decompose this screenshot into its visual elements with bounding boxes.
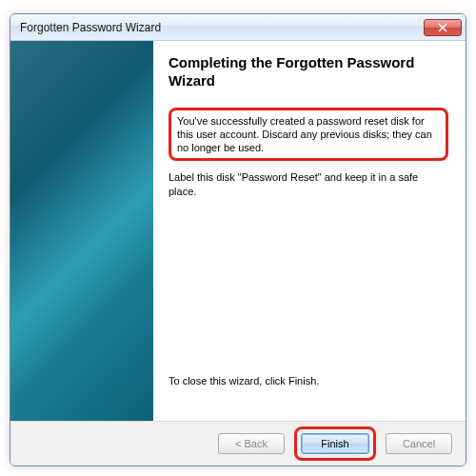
side-graphic-panel [10,41,153,421]
page-heading: Completing the Forgotten Password Wizard [169,54,448,90]
window-title: Forgotten Password Wizard [20,21,424,34]
back-button[interactable]: < Back [218,433,285,454]
dialog-body: Completing the Forgotten Password Wizard… [10,41,466,422]
finish-button-highlight: Finish [294,426,376,461]
success-message: You've successfully created a password r… [177,114,440,155]
finish-button[interactable]: Finish [301,433,369,454]
content-panel: Completing the Forgotten Password Wizard… [153,41,466,421]
titlebar: Forgotten Password Wizard [10,14,466,41]
button-bar: < Back Finish Cancel [10,422,466,466]
close-hint: To close this wizard, click Finish. [169,374,448,388]
success-message-highlight: You've successfully created a password r… [169,108,448,162]
cancel-button[interactable]: Cancel [386,433,452,454]
wizard-dialog: Forgotten Password Wizard Completing the… [10,13,466,466]
close-icon [438,23,447,32]
close-button[interactable] [424,19,462,36]
label-instruction: Label this disk "Password Reset" and kee… [169,170,448,199]
